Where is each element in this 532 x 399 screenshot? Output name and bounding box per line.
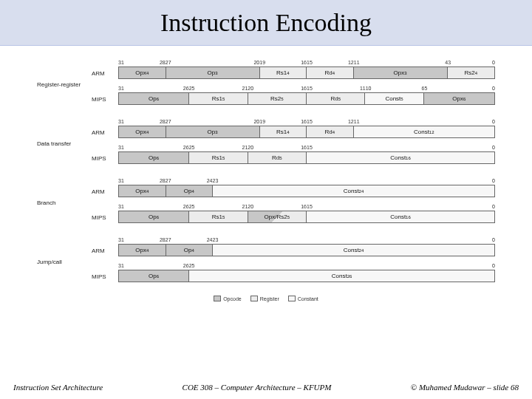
field: Const24	[213, 185, 494, 197]
arch-label: MIPS	[92, 155, 118, 164]
encoding-row: 312827201916151211430Opx4Op3Rs14Rd4Opx3R…	[118, 59, 495, 79]
field: Op4	[166, 185, 214, 197]
field: Rs14	[260, 67, 307, 78]
encoding-row: 3128272019161512110Opx4Op3Rs14Rd4Const12	[118, 118, 495, 138]
arch-label: MIPS	[92, 214, 118, 223]
instruction-group: Register-registerARM31282720191615121143…	[37, 59, 495, 111]
encoding-row: 3126250Op6Const26	[118, 262, 495, 282]
field: Rd4	[307, 126, 354, 137]
footer-left: Instruction Set Architecture	[13, 383, 103, 392]
footer: Instruction Set Architecture COE 308 – C…	[0, 383, 532, 392]
encoding-row: 31282724230Opx4Op4Const24	[118, 236, 495, 256]
legend-opcode: Opcode	[214, 296, 242, 301]
field: Rs25	[248, 93, 307, 104]
arch-label: ARM	[92, 248, 118, 256]
group-label: Data transfer	[37, 140, 92, 148]
encoding-row: 312625212016151110650Op6Rs15Rs25Rd5Const…	[118, 85, 495, 105]
title-bar: Instruction Encoding	[0, 0, 532, 46]
field: Op6	[119, 93, 189, 104]
field: Const26	[189, 270, 494, 282]
field: Rs14	[260, 126, 307, 137]
legend-register: Register	[250, 296, 279, 301]
instruction-group: BranchARM31282724230Opx4Op4Const24MIPS31…	[37, 177, 495, 229]
footer-right: © Muhamed Mudawar – slide 68	[411, 383, 519, 392]
instruction-group: Data transferARM3128272019161512110Opx4O…	[37, 118, 495, 170]
field: Opx4	[119, 67, 166, 78]
field: Rs15	[189, 93, 248, 104]
field: Opx4	[119, 185, 166, 197]
field: Rd5	[248, 152, 307, 163]
group-label: Jump/call	[37, 259, 92, 266]
arch-label: MIPS	[92, 273, 118, 282]
content-area: Register-registerARM31282720191615121143…	[0, 46, 532, 399]
field: Op3	[166, 67, 260, 78]
field: Opx3	[354, 67, 448, 78]
field: Op6	[119, 211, 189, 222]
encoding-row: 312625212016150Op6Rs15Opx/Rs25Const16	[118, 203, 495, 223]
group-label: Register-register	[37, 81, 92, 89]
field: Rs15	[189, 152, 248, 163]
encoding-row: 31282724230Opx4Op4Const24	[118, 177, 495, 197]
field: Opx6	[424, 93, 494, 104]
field: Const12	[354, 126, 495, 137]
footer-center: COE 308 – Computer Architecture – KFUPM	[183, 383, 332, 392]
group-label: Branch	[37, 200, 92, 207]
field: Opx4	[119, 245, 166, 256]
field: Op3	[166, 126, 260, 137]
field: Rd5	[307, 93, 365, 104]
arch-label: ARM	[92, 188, 118, 197]
field: Opx4	[119, 126, 166, 137]
field: Const16	[307, 152, 494, 163]
field: Rd4	[307, 67, 354, 78]
field: Const24	[213, 245, 494, 256]
field: Opx/Rs25	[248, 211, 307, 222]
arch-label: ARM	[92, 129, 118, 138]
arch-label: MIPS	[92, 96, 118, 105]
legend: Opcode Register Constant	[37, 296, 495, 301]
legend-constant: Constant	[288, 296, 318, 301]
slide-title: Instruction Encoding	[160, 9, 372, 37]
field: Const16	[307, 211, 494, 222]
field: Op6	[119, 270, 189, 282]
instruction-group: Jump/callARM31282724230Opx4Op4Const24MIP…	[37, 236, 495, 288]
field: Op4	[166, 245, 214, 256]
encoding-row: 312625212016150Op6Rs15Rd5Const16	[118, 144, 495, 164]
field: Rs24	[448, 67, 495, 78]
arch-label: ARM	[92, 70, 118, 79]
field: Rs15	[189, 211, 248, 222]
field: Const5	[365, 93, 423, 104]
field: Op6	[119, 152, 189, 163]
